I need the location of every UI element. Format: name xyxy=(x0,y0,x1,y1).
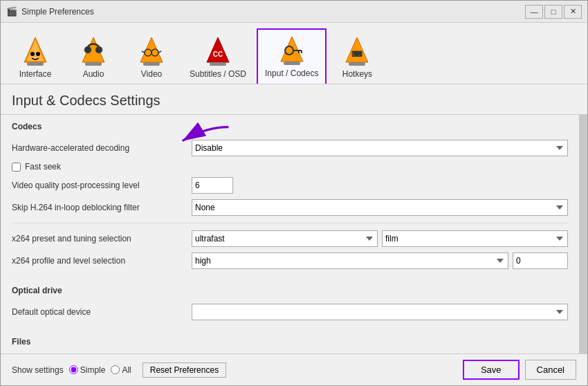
audio-icon xyxy=(77,35,110,68)
title-bar: 🎬 Simple Preferences — □ ✕ xyxy=(1,1,587,23)
show-settings-group: Show settings Simple All Reset Preferenc… xyxy=(12,362,226,378)
tab-video[interactable]: Video xyxy=(124,30,179,84)
subtitles-label: Subtitles / OSD xyxy=(190,69,246,79)
save-button[interactable]: Save xyxy=(463,360,520,380)
svg-rect-2 xyxy=(27,62,44,66)
simple-radio[interactable] xyxy=(69,365,78,374)
svg-point-4 xyxy=(36,52,40,56)
video-quality-input[interactable] xyxy=(192,177,233,194)
tab-hotkeys[interactable]: ⌨ Hotkeys xyxy=(329,30,385,84)
svg-point-8 xyxy=(95,46,102,53)
fast-seek-row: Fast seek xyxy=(12,159,568,174)
tab-audio[interactable]: Audio xyxy=(66,30,121,84)
skip-h264-control: None Non-reference frames Bidir referenc… xyxy=(192,199,568,216)
simple-label: Simple xyxy=(80,365,106,375)
svg-marker-19 xyxy=(281,37,303,62)
svg-rect-10 xyxy=(143,62,160,66)
tab-subtitles[interactable]: CC Subtitles / OSD xyxy=(182,30,254,84)
window-controls: — □ ✕ xyxy=(525,5,582,19)
x264-level-input[interactable] xyxy=(513,252,568,269)
default-device-select[interactable] xyxy=(192,304,568,320)
radio-group: Simple All xyxy=(69,365,131,375)
x264-profile-select[interactable]: baseline main high high10 high422 high44… xyxy=(192,252,508,269)
audio-label: Audio xyxy=(83,69,104,79)
hw-decoding-select[interactable]: Disable Automatic DirectX Video Accelera… xyxy=(192,140,568,156)
files-section: Files xyxy=(1,330,579,353)
svg-rect-6 xyxy=(85,62,102,66)
svg-text:⌨: ⌨ xyxy=(351,50,362,58)
x264-profile-row: x264 profile and level selection baselin… xyxy=(12,250,568,272)
nav-bar: Interface Audio xyxy=(1,23,587,84)
x264-preset-row: x264 preset and tuning selection ultrafa… xyxy=(12,228,568,250)
optical-drive-title: Optical drive xyxy=(12,286,568,295)
x264-preset-control: ultrafast superfast veryfast faster fast… xyxy=(192,230,568,247)
all-label: All xyxy=(122,365,131,375)
tab-input-codecs[interactable]: Input / Codecs xyxy=(257,28,327,84)
svg-text:CC: CC xyxy=(213,50,223,58)
hw-decoding-row: Hardware-accelerated decoding xyxy=(12,137,568,159)
svg-rect-26 xyxy=(349,62,365,66)
fast-seek-label: Fast seek xyxy=(25,162,61,172)
hw-decoding-label: Hardware-accelerated decoding xyxy=(12,143,192,153)
default-device-row: Default optical device xyxy=(12,301,568,323)
hotkeys-label: Hotkeys xyxy=(342,69,372,79)
simple-radio-label: Simple xyxy=(69,365,106,375)
svg-rect-20 xyxy=(284,62,300,65)
window-title: Simple Preferences xyxy=(21,7,525,17)
fast-seek-checkbox[interactable] xyxy=(12,163,21,172)
x264-tuning-select[interactable]: film animation grain stillimage psnr ssi… xyxy=(382,230,568,247)
optical-drive-section: Optical drive Default optical device xyxy=(1,279,579,330)
video-quality-label: Video quality post-processing level xyxy=(12,181,192,190)
svg-marker-16 xyxy=(207,37,229,62)
video-label: Video xyxy=(141,69,162,79)
video-quality-control xyxy=(192,177,568,194)
close-button[interactable]: ✕ xyxy=(564,5,582,19)
hotkeys-icon: ⌨ xyxy=(340,35,374,68)
show-settings-label: Show settings xyxy=(12,365,64,375)
input-codecs-label: Input / Codecs xyxy=(265,68,318,78)
divider-1 xyxy=(12,223,568,223)
maximize-button[interactable]: □ xyxy=(544,5,562,19)
page-title: Input & Codecs Settings xyxy=(1,84,587,115)
x264-preset-label: x264 preset and tuning selection xyxy=(12,234,192,243)
interface-label: Interface xyxy=(19,69,52,79)
input-codecs-icon xyxy=(275,34,309,67)
svg-line-15 xyxy=(158,51,161,53)
skip-h264-label: Skip H.264 in-loop deblocking filter xyxy=(12,203,192,212)
settings-area: Codecs Hardware-accelerated decoding xyxy=(1,115,587,353)
hw-decoding-control: Disable Automatic DirectX Video Accelera… xyxy=(192,140,568,156)
codecs-section: Codecs Hardware-accelerated decoding xyxy=(1,115,579,279)
svg-rect-17 xyxy=(210,62,226,66)
svg-point-3 xyxy=(30,52,35,56)
files-title: Files xyxy=(12,337,568,347)
codecs-title: Codecs xyxy=(12,122,568,131)
skip-h264-select[interactable]: None Non-reference frames Bidir referenc… xyxy=(192,199,568,216)
app-icon: 🎬 xyxy=(6,6,17,17)
footer-right: Save Cancel xyxy=(463,360,576,380)
default-device-control xyxy=(192,304,568,320)
skip-h264-row: Skip H.264 in-loop deblocking filter Non… xyxy=(12,196,568,219)
content-area: Input & Codecs Settings Codecs Hardware-… xyxy=(1,84,587,353)
footer: Show settings Simple All Reset Preferenc… xyxy=(1,353,587,385)
svg-marker-9 xyxy=(140,37,163,62)
interface-icon xyxy=(19,35,52,68)
tab-interface[interactable]: Interface xyxy=(8,30,63,84)
x264-preset-select[interactable]: ultrafast superfast veryfast faster fast… xyxy=(192,230,378,247)
video-icon xyxy=(135,35,168,68)
default-device-label: Default optical device xyxy=(12,307,192,317)
all-radio[interactable] xyxy=(111,365,120,374)
main-window: 🎬 Simple Preferences — □ ✕ xyxy=(0,0,588,386)
all-radio-label: All xyxy=(111,365,131,375)
svg-point-7 xyxy=(84,46,91,53)
video-quality-row: Video quality post-processing level xyxy=(12,174,568,196)
x264-profile-label: x264 profile and level selection xyxy=(12,256,192,266)
svg-line-13 xyxy=(142,51,145,53)
cancel-button[interactable]: Cancel xyxy=(525,360,576,380)
reset-preferences-button[interactable]: Reset Preferences xyxy=(143,362,226,378)
x264-profile-control: baseline main high high10 high422 high44… xyxy=(192,252,568,269)
subtitles-icon: CC xyxy=(201,35,235,68)
minimize-button[interactable]: — xyxy=(525,5,543,19)
